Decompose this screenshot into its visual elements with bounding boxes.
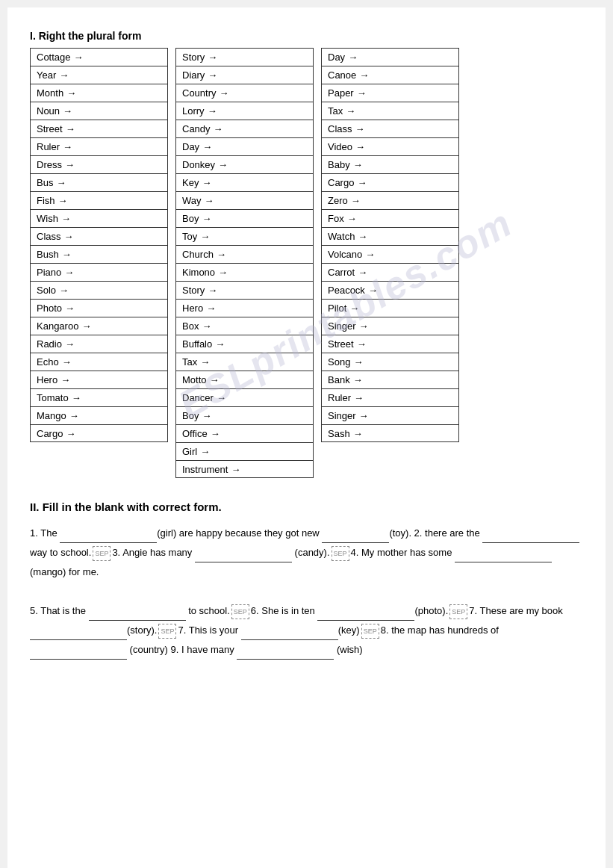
list-item: Candy →: [175, 120, 314, 137]
list-item: Toy →: [175, 227, 314, 245]
arrow-icon: →: [210, 374, 220, 385]
list-item: Class →: [321, 120, 459, 137]
list-item: Wish →: [30, 209, 168, 227]
section2: II. Fill in the blank with correct form.…: [30, 500, 583, 660]
blank-4[interactable]: [195, 551, 292, 562]
arrow-icon: →: [202, 320, 211, 332]
list-item: Office →: [175, 424, 314, 442]
blank-8[interactable]: [30, 628, 127, 640]
arrow-icon: →: [348, 52, 358, 63]
blank-7[interactable]: [317, 609, 414, 621]
list-item: Hero →: [30, 371, 168, 388]
column-3: Day →Canoe →Paper →Tax →Class →Video →Ba…: [321, 48, 459, 442]
list-item: Tomato →: [30, 388, 168, 406]
list-item: Bush →: [30, 245, 168, 263]
list-item: Tax →: [321, 102, 459, 120]
column-1: Cottage →Year →Month →Noun →Street →Rule…: [30, 48, 168, 442]
arrow-icon: →: [215, 338, 225, 350]
arrow-icon: →: [74, 52, 84, 63]
arrow-icon: →: [218, 159, 228, 170]
arrow-icon: →: [64, 231, 74, 242]
arrow-icon: →: [349, 303, 359, 314]
arrow-icon: →: [65, 303, 75, 314]
blank-11[interactable]: [237, 648, 334, 660]
blank-2[interactable]: [322, 531, 389, 543]
column-2: Story →Diary →Country →Lorry →Candy →Day…: [175, 48, 314, 478]
arrow-icon: →: [63, 141, 72, 152]
page: ESLprintables.com I. Right the plural fo…: [7, 7, 606, 868]
arrow-icon: →: [354, 392, 364, 403]
list-item: Dress →: [30, 155, 168, 173]
arrow-icon: →: [359, 410, 369, 421]
list-item: Way →: [175, 191, 314, 209]
list-item: Story →: [175, 281, 314, 299]
arrow-icon: →: [66, 87, 76, 99]
arrow-icon: →: [72, 392, 81, 403]
arrow-icon: →: [351, 195, 361, 206]
arrow-icon: →: [217, 249, 226, 260]
arrow-icon: →: [346, 105, 355, 117]
blank-9[interactable]: [241, 628, 338, 640]
list-item: Day →: [321, 48, 459, 66]
columns-wrapper: Cottage →Year →Month →Noun →Street →Rule…: [30, 48, 583, 478]
list-item: Canoe →: [321, 66, 459, 84]
arrow-icon: →: [208, 52, 217, 63]
arrow-icon: →: [202, 177, 211, 188]
list-item: Cargo →: [30, 424, 168, 442]
arrow-icon: →: [358, 267, 367, 278]
list-item: Month →: [30, 84, 168, 102]
list-item: Radio →: [30, 335, 168, 353]
arrow-icon: →: [211, 428, 220, 439]
arrow-icon: →: [220, 87, 229, 99]
list-item: Fox →: [321, 209, 459, 227]
list-item: Day →: [175, 137, 314, 155]
arrow-icon: →: [66, 428, 75, 439]
list-item: Street →: [30, 120, 168, 137]
arrow-icon: →: [357, 87, 367, 99]
sep-badge-5: SEP: [158, 624, 176, 639]
list-item: Volcano →: [321, 245, 459, 263]
list-item: Box →: [175, 317, 314, 335]
arrow-icon: →: [202, 213, 211, 224]
list-item: Cargo →: [321, 173, 459, 191]
list-item: Class →: [30, 227, 168, 245]
list-item: Sash →: [321, 424, 459, 442]
list-item: Church →: [175, 245, 314, 263]
arrow-icon: →: [59, 285, 69, 296]
list-item: Singer →: [321, 317, 459, 335]
list-item: Story →: [175, 48, 314, 66]
arrow-icon: →: [231, 464, 240, 475]
arrow-icon: →: [56, 177, 66, 188]
list-item: Cottage →: [30, 48, 168, 66]
blank-5[interactable]: [455, 551, 552, 562]
list-item: Zero →: [321, 191, 459, 209]
sentence-group-1: 1. The (girl) are happy because they got…: [30, 524, 583, 582]
arrow-icon: →: [358, 231, 367, 242]
sep-badge-3: SEP: [231, 604, 249, 619]
arrow-icon: →: [65, 159, 75, 170]
blank-3[interactable]: [482, 531, 579, 543]
list-item: Pilot →: [321, 299, 459, 317]
list-item: Buffalo →: [175, 335, 314, 353]
list-item: Bank →: [321, 371, 459, 388]
list-item: Diary →: [175, 66, 314, 84]
list-item: Lorry →: [175, 102, 314, 120]
arrow-icon: →: [81, 320, 91, 332]
blank-10[interactable]: [30, 648, 127, 660]
arrow-icon: →: [365, 249, 375, 260]
list-item: Carrot →: [321, 263, 459, 281]
arrow-icon: →: [200, 446, 210, 457]
arrow-icon: →: [61, 213, 71, 224]
list-item: Song →: [321, 353, 459, 371]
arrow-icon: →: [208, 105, 217, 117]
blank-6[interactable]: [89, 609, 186, 621]
section1-title: I. Right the plural form: [30, 30, 583, 42]
list-item: Photo →: [30, 299, 168, 317]
arrow-icon: →: [59, 69, 69, 81]
list-item: Donkey →: [175, 155, 314, 173]
arrow-icon: →: [205, 195, 214, 206]
blank-1[interactable]: [60, 531, 157, 543]
section2-title: II. Fill in the blank with correct form.: [30, 500, 583, 513]
arrow-icon: →: [353, 159, 363, 170]
list-item: Dancer →: [175, 388, 314, 406]
